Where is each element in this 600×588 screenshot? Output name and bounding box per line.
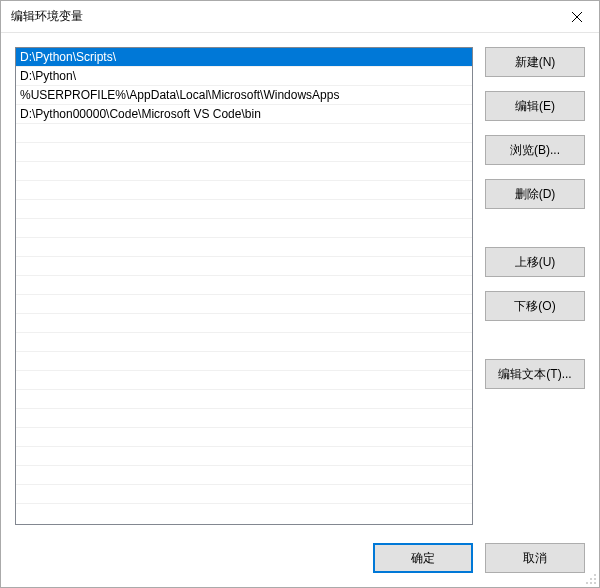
close-button[interactable] [554,2,599,32]
edit-text-button[interactable]: 编辑文本(T)... [485,359,585,389]
list-item[interactable]: D:\Python\Scripts\ [16,48,472,67]
path-listbox[interactable]: D:\Python\Scripts\D:\Python\%USERPROFILE… [15,47,473,525]
edit-button[interactable]: 编辑(E) [485,91,585,121]
dialog-window: 编辑环境变量 D:\Python\Scripts\D:\Python\%USER… [0,0,600,588]
new-button[interactable]: 新建(N) [485,47,585,77]
cancel-button[interactable]: 取消 [485,543,585,573]
move-up-button[interactable]: 上移(U) [485,247,585,277]
list-item[interactable] [16,409,472,428]
svg-point-3 [590,578,592,580]
svg-point-7 [594,582,596,584]
list-item[interactable] [16,352,472,371]
titlebar: 编辑环境变量 [1,1,599,33]
list-item[interactable] [16,200,472,219]
list-item[interactable] [16,428,472,447]
list-item[interactable]: D:\Python\ [16,67,472,86]
svg-point-5 [586,582,588,584]
window-title: 编辑环境变量 [11,8,554,25]
list-item[interactable] [16,333,472,352]
list-item[interactable] [16,390,472,409]
list-item[interactable] [16,162,472,181]
list-item[interactable] [16,295,472,314]
list-item[interactable] [16,276,472,295]
button-gap [485,335,585,359]
list-item[interactable] [16,143,472,162]
browse-button[interactable]: 浏览(B)... [485,135,585,165]
list-item[interactable] [16,181,472,200]
dialog-footer: 确定 取消 [15,525,585,573]
svg-point-6 [590,582,592,584]
list-item[interactable]: %USERPROFILE%\AppData\Local\Microsoft\Wi… [16,86,472,105]
list-item[interactable]: D:\Python00000\Code\Microsoft VS Code\bi… [16,105,472,124]
list-item[interactable] [16,257,472,276]
list-item[interactable] [16,466,472,485]
list-item[interactable] [16,219,472,238]
close-icon [572,12,582,22]
path-listbox-inner: D:\Python\Scripts\D:\Python\%USERPROFILE… [16,48,472,524]
list-item[interactable] [16,124,472,143]
dialog-content: D:\Python\Scripts\D:\Python\%USERPROFILE… [1,33,599,587]
delete-button[interactable]: 删除(D) [485,179,585,209]
button-gap [485,223,585,247]
side-button-column: 新建(N) 编辑(E) 浏览(B)... 删除(D) 上移(U) 下移(O) 编… [485,47,585,525]
main-row: D:\Python\Scripts\D:\Python\%USERPROFILE… [15,47,585,525]
ok-button[interactable]: 确定 [373,543,473,573]
list-item[interactable] [16,485,472,504]
svg-point-4 [594,578,596,580]
list-item[interactable] [16,314,472,333]
list-item[interactable] [16,447,472,466]
list-item[interactable] [16,238,472,257]
svg-point-2 [594,574,596,576]
resize-grip-icon[interactable] [583,571,597,585]
list-item[interactable] [16,371,472,390]
move-down-button[interactable]: 下移(O) [485,291,585,321]
